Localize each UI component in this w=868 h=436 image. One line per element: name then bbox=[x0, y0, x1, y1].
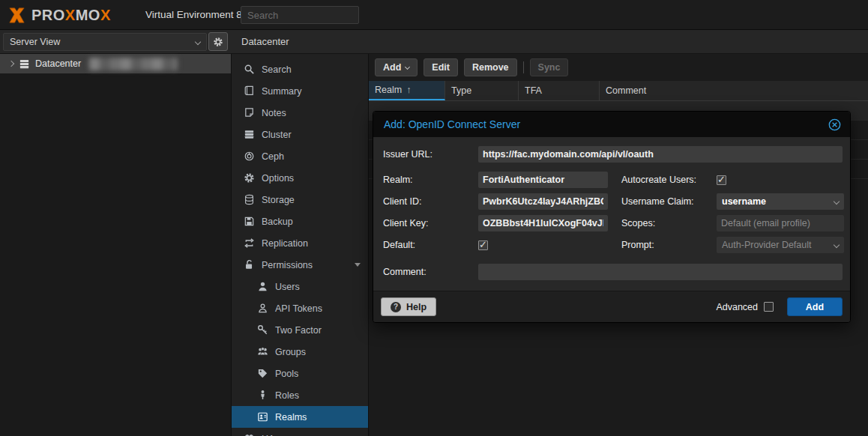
column-header-type[interactable]: Type bbox=[445, 81, 519, 100]
sidebar-item-label: Permissions bbox=[262, 260, 348, 270]
chevron-down-icon bbox=[834, 242, 840, 248]
dialog-footer: ? Help Advanced Add bbox=[373, 291, 850, 322]
caret-down-icon bbox=[355, 263, 361, 267]
realm-input[interactable] bbox=[478, 172, 608, 188]
sidebar-item-label: Groups bbox=[275, 347, 361, 357]
sidebar-item-ha[interactable]: HA bbox=[232, 428, 368, 436]
gear-icon bbox=[244, 172, 255, 184]
book-icon bbox=[244, 85, 255, 97]
sidebar-item-realms[interactable]: Realms bbox=[232, 406, 368, 428]
sidebar-item-ceph[interactable]: Ceph bbox=[232, 145, 368, 167]
help-button[interactable]: ? Help bbox=[381, 297, 436, 316]
question-icon: ? bbox=[391, 302, 401, 312]
sidebar-item-label: Realms bbox=[275, 412, 361, 423]
sidebar-item-notes[interactable]: Notes bbox=[232, 102, 368, 124]
sidebar-item-roles[interactable]: Roles bbox=[232, 384, 368, 406]
close-icon[interactable] bbox=[828, 118, 841, 131]
sync-button[interactable]: Sync bbox=[530, 58, 569, 76]
prompt-value: Auth-Provider Default bbox=[722, 240, 831, 250]
comment-label: Comment: bbox=[383, 267, 478, 277]
column-header-comment[interactable]: Comment bbox=[600, 81, 868, 100]
server-view-select[interactable]: Server View bbox=[3, 33, 207, 51]
client-key-input[interactable] bbox=[478, 215, 608, 231]
column-header-label: Comment bbox=[606, 85, 646, 96]
sidebar-item-replication[interactable]: Replication bbox=[232, 232, 368, 254]
sync-button-label: Sync bbox=[538, 62, 561, 73]
sidebar-item-users[interactable]: Users bbox=[232, 276, 368, 297]
note-icon bbox=[244, 107, 255, 118]
sidebar-item-label: Backup bbox=[262, 217, 361, 227]
sidebar-item-search[interactable]: Search bbox=[232, 58, 368, 80]
username-claim-value: username bbox=[722, 196, 831, 207]
user-outline-icon bbox=[257, 303, 268, 314]
dialog-title: Add: OpenID Connect Server bbox=[384, 118, 828, 130]
person-icon bbox=[257, 390, 268, 401]
sidebar-item-storage[interactable]: Storage bbox=[232, 189, 368, 211]
client-id-label: Client ID: bbox=[383, 196, 478, 207]
breadcrumb-bar: Datacenter bbox=[231, 30, 868, 54]
remove-button[interactable]: Remove bbox=[464, 58, 517, 76]
sidebar-item-label: Roles bbox=[275, 390, 361, 401]
advanced-checkbox[interactable] bbox=[764, 302, 774, 312]
add-dropdown-button[interactable]: Add bbox=[375, 58, 418, 76]
key-icon bbox=[257, 324, 268, 336]
app-header: PROXMOX Virtual Environment 8.2.4 bbox=[0, 0, 868, 30]
issuer-url-label: Issuer URL: bbox=[383, 149, 478, 160]
autocreate-users-checkbox[interactable] bbox=[717, 175, 726, 185]
heart-icon bbox=[244, 433, 255, 436]
chevron-down-icon bbox=[195, 39, 201, 45]
table-header-row: Realm↑TypeTFAComment bbox=[369, 81, 868, 101]
scopes-input[interactable] bbox=[717, 215, 844, 231]
column-header-label: Type bbox=[451, 85, 471, 96]
prompt-label: Prompt: bbox=[621, 240, 717, 250]
floppy-icon bbox=[244, 216, 255, 227]
comment-input[interactable] bbox=[478, 264, 843, 280]
search-icon bbox=[244, 64, 255, 75]
sidebar-item-label: Pools bbox=[275, 369, 361, 379]
column-header-label: Realm bbox=[375, 85, 402, 95]
sidebar-item-cluster[interactable]: Cluster bbox=[232, 124, 368, 145]
add-button-label: Add bbox=[383, 62, 401, 73]
sidebar-item-backup[interactable]: Backup bbox=[232, 211, 368, 232]
proxmox-logo-icon bbox=[7, 5, 27, 25]
cluster-icon bbox=[244, 129, 255, 140]
sidebar-item-label: HA bbox=[262, 434, 348, 436]
tag-icon bbox=[257, 368, 268, 379]
sidebar-item-pools[interactable]: Pools bbox=[232, 363, 368, 384]
edit-button[interactable]: Edit bbox=[424, 58, 458, 76]
tree-settings-button[interactable] bbox=[208, 32, 228, 51]
sidebar-item-label: Replication bbox=[262, 238, 361, 249]
prompt-select[interactable]: Auth-Provider Default bbox=[717, 237, 844, 253]
sidebar-item-summary[interactable]: Summary bbox=[232, 80, 368, 102]
column-header-label: TFA bbox=[525, 85, 542, 96]
sidebar-item-label: Users bbox=[275, 282, 361, 292]
chevron-down-icon bbox=[834, 199, 840, 205]
sidebar-item-two-factor[interactable]: Two Factor bbox=[232, 319, 368, 341]
sidebar-item-options[interactable]: Options bbox=[232, 167, 368, 189]
chevron-right-icon[interactable] bbox=[8, 61, 14, 67]
help-button-label: Help bbox=[406, 302, 427, 312]
column-header-tfa[interactable]: TFA bbox=[519, 81, 600, 100]
edit-button-label: Edit bbox=[432, 62, 450, 73]
remove-button-label: Remove bbox=[472, 62, 509, 73]
global-search-input[interactable] bbox=[241, 6, 359, 24]
client-key-label: Client Key: bbox=[383, 218, 478, 228]
sidebar-item-label: API Tokens bbox=[275, 303, 361, 314]
add-submit-button[interactable]: Add bbox=[787, 297, 843, 316]
tree-item-datacenter[interactable]: Datacenter bbox=[0, 54, 231, 73]
gear-icon bbox=[213, 37, 223, 47]
realm-label: Realm: bbox=[383, 175, 478, 185]
autocreate-users-label: Autocreate Users: bbox=[621, 175, 717, 185]
column-header-realm[interactable]: Realm↑ bbox=[369, 81, 445, 100]
default-checkbox[interactable] bbox=[478, 240, 488, 250]
sidebar-item-groups[interactable]: Groups bbox=[232, 341, 368, 363]
username-claim-select[interactable]: username bbox=[717, 193, 844, 210]
scopes-label: Scopes: bbox=[621, 218, 717, 228]
unlock-icon bbox=[244, 259, 255, 270]
sidebar-item-api-tokens[interactable]: API Tokens bbox=[232, 297, 368, 319]
id-card-icon bbox=[257, 411, 268, 423]
client-id-input[interactable] bbox=[478, 193, 608, 210]
sidebar-item-label: Summary bbox=[262, 86, 361, 97]
sidebar-item-permissions[interactable]: Permissions bbox=[232, 254, 368, 276]
issuer-url-input[interactable] bbox=[478, 146, 843, 163]
